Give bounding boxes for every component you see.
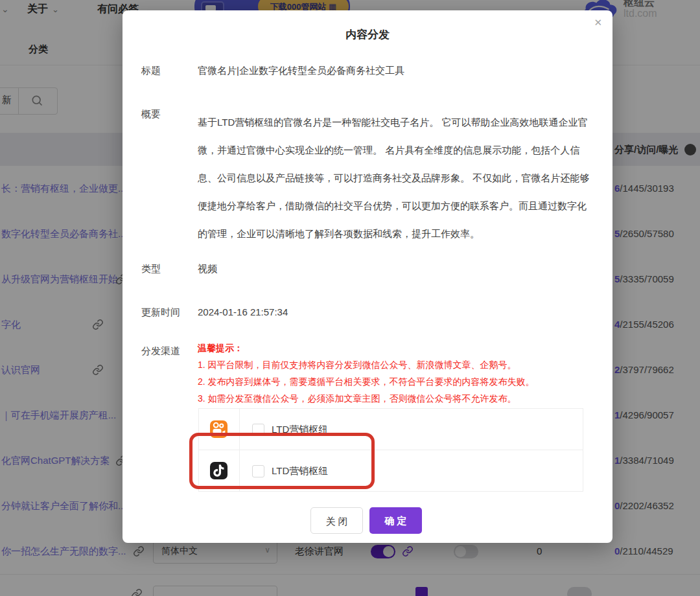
- close-button[interactable]: 关 闭: [310, 507, 363, 534]
- channel-row-kuaishou[interactable]: LTD营销枢纽: [199, 409, 583, 450]
- warm-tips-title: 温馨提示：: [198, 339, 535, 356]
- warm-tips-line: 1. 因平台限制，目前仅支持将内容分发到微信公众号、新浪微博文章、企鹅号。: [198, 356, 535, 373]
- channel-checkbox[interactable]: [252, 424, 264, 436]
- field-label-title: 标题: [141, 65, 161, 77]
- channel-list: LTD营销枢纽 LTD营销枢纽: [198, 408, 583, 492]
- field-value-title: 官微名片|企业数字化转型全员必备商务社交工具: [198, 65, 404, 77]
- field-label-summary: 概要: [141, 108, 161, 120]
- channel-icon-cell: [199, 409, 240, 450]
- field-label-type: 类型: [141, 263, 161, 275]
- field-value-updated: 2024-01-16 21:57:34: [198, 306, 288, 317]
- channel-row-douyin[interactable]: LTD营销枢纽: [199, 450, 583, 491]
- warm-tips-line: 2. 发布内容到媒体号，需要遵循平台相关要求，不符合平台要求的内容将发布失败。: [198, 373, 535, 390]
- channel-icon-cell: [199, 450, 240, 491]
- douyin-icon: [210, 462, 228, 479]
- channel-account-label: LTD营销枢纽: [272, 450, 328, 491]
- field-value-type: 视频: [198, 263, 217, 275]
- channel-account-label: LTD营销枢纽: [272, 409, 328, 450]
- field-label-channel: 分发渠道: [141, 345, 180, 358]
- channel-checkbox[interactable]: [252, 465, 264, 477]
- kuaishou-icon: [210, 420, 228, 438]
- confirm-button[interactable]: 确 定: [369, 507, 422, 534]
- content-distribution-modal: ✕ 内容分发 标题 官微名片|企业数字化转型全员必备商务社交工具 概要 基于LT…: [122, 10, 612, 543]
- field-label-updated: 更新时间: [141, 306, 180, 319]
- field-value-summary: 基于LTD营销枢纽的官微名片是一种智能社交电子名片。 它可以帮助企业高效地联通企…: [198, 108, 596, 247]
- app-window: ⌄ 关于⌄ 有问必答⌄ 下载000管网站 ▦ 枢纽云 ltd.com 分类 新 …: [0, 0, 700, 596]
- warm-tips-line: 3. 如需分发至微信公众号，必须添加文章主图，否则微信公众号将不允许发布。: [198, 390, 535, 407]
- modal-title: 内容分发: [122, 27, 612, 42]
- warm-tips: 温馨提示： 1. 因平台限制，目前仅支持将内容分发到微信公众号、新浪微博文章、企…: [198, 339, 535, 407]
